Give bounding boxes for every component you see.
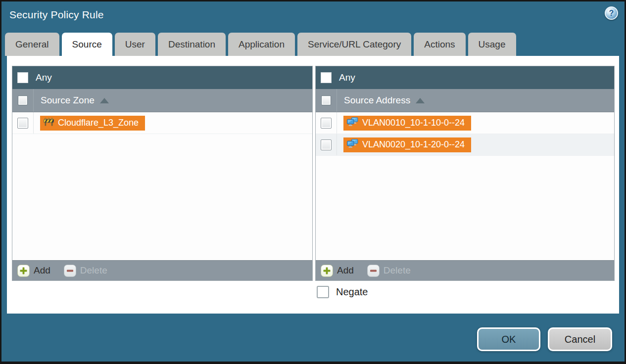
- source-address-row-checkbox[interactable]: [321, 118, 332, 129]
- source-zone-any-label: Any: [36, 72, 52, 83]
- source-zone-select-all-cell: [12, 89, 34, 112]
- source-address-select-all-cell: [316, 89, 337, 112]
- row-checkbox-cell: [316, 134, 337, 155]
- negate-checkbox[interactable]: [317, 286, 329, 298]
- cancel-button[interactable]: Cancel: [548, 327, 612, 351]
- delete-button-label: Delete: [384, 265, 411, 276]
- tab-source[interactable]: Source: [62, 33, 112, 56]
- help-icon[interactable]: ?: [605, 6, 618, 20]
- source-zone-column-label[interactable]: Source Zone: [41, 95, 109, 106]
- tab-user[interactable]: User: [115, 33, 155, 56]
- source-tab-content: Any Source Zone: [7, 56, 619, 314]
- delete-minus-icon: [367, 265, 380, 277]
- source-zone-any-checkbox[interactable]: [17, 72, 28, 83]
- source-zone-add-button[interactable]: Add: [17, 265, 50, 277]
- row-checkbox-cell: [12, 112, 34, 134]
- source-address-select-all-checkbox[interactable]: [321, 95, 331, 105]
- tab-bar: General Source User Destination Applicat…: [1, 33, 625, 56]
- source-zone-column-text: Source Zone: [41, 95, 95, 106]
- source-zone-item-chip[interactable]: Cloudflare_L3_Zone: [40, 116, 145, 131]
- source-address-any-row: Any: [316, 66, 614, 89]
- source-zone-panel: Any Source Zone: [12, 66, 313, 281]
- sort-ascending-icon[interactable]: [416, 98, 425, 103]
- tab-usage[interactable]: Usage: [468, 33, 516, 56]
- source-address-any-checkbox[interactable]: [321, 72, 332, 83]
- source-address-item-label: VLAN0010_10-1-10-0--24: [362, 118, 465, 128]
- address-icon: [347, 117, 358, 129]
- source-zone-delete-button[interactable]: Delete: [64, 265, 107, 277]
- negate-row: Negate: [317, 286, 615, 298]
- security-policy-rule-dialog: Security Policy Rule ? General Source Us…: [0, 0, 626, 364]
- tab-destination[interactable]: Destination: [158, 33, 226, 56]
- panels-container: Any Source Zone: [12, 66, 615, 281]
- add-button-label: Add: [34, 265, 50, 276]
- add-button-label: Add: [337, 265, 354, 276]
- add-plus-icon: [321, 265, 333, 277]
- delete-button-label: Delete: [80, 265, 107, 276]
- source-address-delete-button[interactable]: Delete: [367, 265, 411, 277]
- negate-label: Negate: [336, 286, 368, 298]
- source-address-column-header: Source Address: [316, 89, 614, 112]
- zone-icon: [44, 118, 54, 129]
- source-address-row[interactable]: VLAN0020_10-1-20-0--24: [316, 134, 614, 156]
- source-zone-list: Cloudflare_L3_Zone: [12, 112, 312, 260]
- ok-button[interactable]: OK: [477, 327, 540, 351]
- tab-application[interactable]: Application: [228, 33, 295, 56]
- source-zone-row[interactable]: Cloudflare_L3_Zone: [12, 112, 312, 134]
- delete-minus-icon: [64, 265, 76, 277]
- source-zone-row-checkbox[interactable]: [17, 118, 28, 129]
- source-address-any-label: Any: [339, 72, 355, 83]
- source-address-footer: Add Delete: [316, 260, 614, 280]
- source-address-add-button[interactable]: Add: [321, 265, 354, 277]
- source-zone-footer: Add Delete: [12, 260, 312, 280]
- source-zone-column-header: Source Zone: [12, 89, 312, 112]
- source-address-item-label: VLAN0020_10-1-20-0--24: [362, 139, 465, 150]
- source-address-panel: Any Source Address: [315, 66, 615, 281]
- add-plus-icon: [17, 265, 30, 277]
- address-icon: [347, 139, 358, 150]
- dialog-titlebar: Security Policy Rule ?: [1, 1, 625, 33]
- tab-actions[interactable]: Actions: [414, 33, 465, 56]
- source-address-row[interactable]: VLAN0010_10-1-10-0--24: [316, 112, 614, 134]
- source-address-list: VLAN0010_10-1-10-0--24: [316, 112, 614, 260]
- row-checkbox-cell: [316, 112, 337, 134]
- source-address-column-text: Source Address: [344, 95, 410, 106]
- tab-service-url-category[interactable]: Service/URL Category: [297, 33, 411, 56]
- sort-ascending-icon[interactable]: [100, 98, 109, 103]
- source-zone-any-row: Any: [12, 66, 312, 89]
- source-zone-item-label: Cloudflare_L3_Zone: [58, 118, 139, 128]
- source-address-item-chip[interactable]: VLAN0020_10-1-20-0--24: [343, 137, 471, 152]
- source-address-row-checkbox[interactable]: [321, 139, 332, 150]
- source-address-column-label[interactable]: Source Address: [344, 95, 425, 106]
- dialog-footer: OK Cancel: [1, 314, 625, 351]
- dialog-title: Security Policy Rule: [9, 9, 104, 21]
- source-zone-select-all-checkbox[interactable]: [18, 95, 28, 105]
- source-address-item-chip[interactable]: VLAN0010_10-1-10-0--24: [343, 116, 471, 131]
- tab-general[interactable]: General: [5, 33, 59, 56]
